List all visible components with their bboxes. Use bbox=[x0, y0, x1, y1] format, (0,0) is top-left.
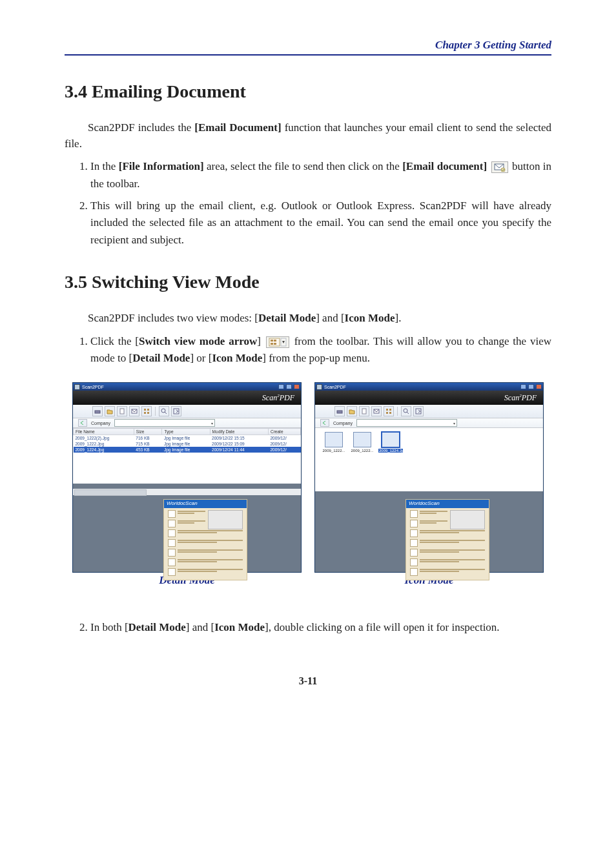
preview-image bbox=[208, 510, 243, 529]
svg-rect-25 bbox=[389, 412, 391, 414]
view-mode-button[interactable] bbox=[141, 406, 152, 416]
section-3-4-intro: Scan2PDF includes the [Email Document] f… bbox=[65, 120, 551, 152]
new-doc-button[interactable] bbox=[117, 406, 127, 416]
table-cell: 2009/12/ bbox=[268, 441, 300, 447]
location-label: Company bbox=[91, 421, 110, 425]
chevron-down-icon: ▾ bbox=[211, 421, 213, 425]
file-thumbnail[interactable]: 2009_1224.Jp bbox=[378, 432, 403, 453]
scan-button[interactable] bbox=[334, 406, 345, 416]
table-cell: 2009/12/ bbox=[268, 447, 300, 453]
back-button[interactable] bbox=[320, 419, 329, 427]
svg-rect-6 bbox=[274, 343, 276, 345]
svg-line-17 bbox=[165, 412, 167, 414]
view-mode-button[interactable] bbox=[384, 406, 394, 416]
maximize-button[interactable] bbox=[528, 384, 534, 389]
screenshots-row: Scan2PDF Scan2PDF bbox=[65, 382, 551, 587]
section-3-5-intro: Scan2PDF includes two view modes: [Detai… bbox=[65, 311, 551, 327]
svg-rect-12 bbox=[144, 409, 146, 411]
document-preview: WorldocScan bbox=[163, 499, 247, 580]
table-cell: 453 KB bbox=[134, 447, 162, 453]
search-button[interactable] bbox=[401, 406, 411, 416]
maximize-button[interactable] bbox=[286, 384, 292, 389]
text: ]. bbox=[395, 312, 401, 324]
thumbnail-image bbox=[325, 432, 343, 447]
column-header[interactable]: File Name bbox=[74, 429, 134, 435]
svg-rect-9 bbox=[95, 411, 100, 413]
icon-mode-label: Icon Mode bbox=[214, 621, 265, 633]
column-header[interactable]: Size bbox=[134, 429, 162, 435]
scan-button[interactable] bbox=[92, 406, 103, 416]
email-document-label: [Email document] bbox=[402, 160, 487, 172]
svg-rect-13 bbox=[147, 409, 149, 411]
table-cell: Jpg Image file bbox=[162, 447, 210, 453]
brand-text: Scan2PDF bbox=[504, 393, 537, 403]
new-doc-button[interactable] bbox=[359, 406, 369, 416]
separator-icon bbox=[155, 407, 156, 416]
text: ] bbox=[257, 335, 265, 347]
location-combo[interactable]: ▾ bbox=[356, 419, 457, 427]
section-3-5-steps-cont: In both [Detail Mode] and [Icon Mode], d… bbox=[65, 619, 551, 636]
svg-rect-20 bbox=[362, 409, 366, 414]
open-button[interactable] bbox=[347, 406, 357, 416]
table-cell: 716 KB bbox=[134, 435, 162, 442]
svg-rect-10 bbox=[120, 409, 124, 414]
exit-button[interactable] bbox=[413, 406, 424, 416]
svg-rect-23 bbox=[389, 409, 391, 411]
table-row[interactable]: 2009_1222.Jpg715 KBJpg Image file2009/12… bbox=[74, 441, 301, 447]
detail-mode-label: Detail Mode bbox=[258, 312, 316, 324]
text: In the bbox=[90, 160, 119, 172]
section-3-5-steps: Click the [Switch view mode arrow] from … bbox=[65, 333, 551, 367]
preview-title: WorldocScan bbox=[164, 500, 247, 507]
column-header[interactable]: Create bbox=[268, 429, 300, 435]
column-header[interactable]: Type bbox=[162, 429, 210, 435]
table-cell: 2009_1222.Jpg bbox=[74, 441, 134, 447]
text: ] and [ bbox=[186, 621, 214, 633]
svg-rect-4 bbox=[274, 340, 276, 342]
text: ], double clicking on a file will open i… bbox=[265, 621, 500, 633]
brand-text: Scan2PDF bbox=[262, 393, 294, 403]
svg-rect-15 bbox=[147, 412, 149, 414]
location-label: Company bbox=[333, 421, 353, 425]
text: PDF bbox=[280, 393, 294, 402]
table-cell: Jpg Image file bbox=[162, 435, 210, 442]
close-button[interactable] bbox=[294, 384, 300, 389]
email-button[interactable] bbox=[129, 406, 139, 416]
open-button[interactable] bbox=[105, 406, 115, 416]
app-title: Scan2PDF bbox=[324, 385, 346, 389]
table-cell: 2009/12/ bbox=[268, 435, 300, 442]
minimize-button[interactable] bbox=[520, 384, 526, 389]
text: ] and [ bbox=[316, 312, 344, 324]
thumbnail-label: 2009_1222... bbox=[350, 449, 375, 453]
screenshot-icon-mode: Scan2PDF Scan2PDF bbox=[314, 382, 544, 587]
table-row[interactable]: 2009_1224.Jpg453 KBJpg Image file2009/12… bbox=[74, 447, 301, 453]
brand-bar: Scan2PDF bbox=[315, 391, 543, 405]
column-header[interactable]: Modify Date bbox=[210, 429, 268, 435]
thumbnail-image bbox=[382, 432, 400, 447]
email-button[interactable] bbox=[371, 406, 382, 416]
table-row[interactable]: 2009_1222(2).Jpg716 KBJpg Image file2009… bbox=[74, 435, 301, 442]
preview-title: WorldocScan bbox=[406, 500, 489, 507]
page-number: 3-11 bbox=[65, 675, 551, 687]
exit-button[interactable] bbox=[171, 406, 181, 416]
email-document-label: [Email Document] bbox=[194, 121, 281, 134]
switch-view-mode-label: Switch view mode arrow bbox=[139, 335, 257, 347]
close-button[interactable] bbox=[536, 384, 542, 389]
app-title: Scan2PDF bbox=[82, 385, 104, 389]
file-thumbnail[interactable]: 2009_1222... bbox=[350, 432, 375, 453]
svg-rect-3 bbox=[271, 340, 273, 342]
file-thumbnail[interactable]: 2009_1222... bbox=[322, 432, 346, 453]
table-cell: 2009_1222(2).Jpg bbox=[74, 435, 134, 442]
h-scrollbar[interactable] bbox=[73, 489, 301, 495]
text: In both [ bbox=[90, 621, 128, 633]
text: PDF bbox=[522, 393, 537, 402]
svg-rect-24 bbox=[386, 412, 388, 414]
icon-mode-label: Icon Mode bbox=[212, 352, 262, 364]
text: area, select the file to send then click… bbox=[204, 160, 403, 172]
section-3-4-title: 3.4 Emailing Document bbox=[65, 81, 551, 102]
search-button[interactable] bbox=[159, 406, 169, 416]
svg-rect-5 bbox=[271, 343, 273, 345]
back-button[interactable] bbox=[78, 419, 87, 427]
separator-icon bbox=[397, 407, 398, 416]
minimize-button[interactable] bbox=[278, 384, 284, 389]
location-combo[interactable]: ▾ bbox=[114, 419, 215, 427]
